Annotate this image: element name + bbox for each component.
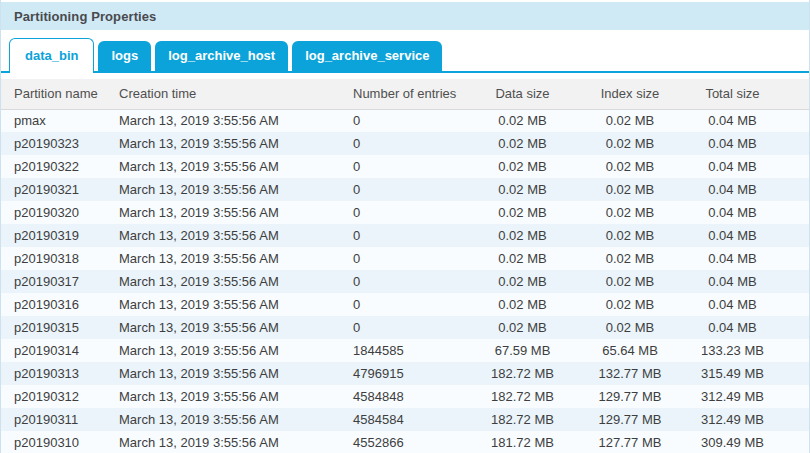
cell-partition-name: pmax xyxy=(1,109,106,132)
cell-data-size: 0.02 MB xyxy=(465,224,580,247)
column-header-total-size: Total size xyxy=(680,79,785,109)
cell-index-size: 0.02 MB xyxy=(580,247,680,270)
cell-creation-time: March 13, 2019 3:55:56 AM xyxy=(106,339,340,362)
cell-total-size: 0.04 MB xyxy=(680,247,785,270)
cell-number-of-entries: 0 xyxy=(340,178,465,201)
cell-creation-time: March 13, 2019 3:55:56 AM xyxy=(106,178,340,201)
column-header-data-size: Data size xyxy=(465,79,580,109)
cell-partition-name: p20190317 xyxy=(1,270,106,293)
cell-creation-time: March 13, 2019 3:55:56 AM xyxy=(106,408,340,431)
cell-spacer xyxy=(785,132,810,155)
cell-total-size: 0.04 MB xyxy=(680,293,785,316)
cell-spacer xyxy=(785,201,810,224)
cell-index-size: 0.02 MB xyxy=(580,155,680,178)
cell-spacer xyxy=(785,155,810,178)
cell-number-of-entries: 0 xyxy=(340,316,465,339)
cell-partition-name: p20190323 xyxy=(1,132,106,155)
column-header-index-size: Index size xyxy=(580,79,680,109)
cell-partition-name: p20190316 xyxy=(1,293,106,316)
cell-index-size: 127.77 MB xyxy=(580,431,680,453)
tab-logs[interactable]: logs xyxy=(98,41,151,71)
cell-creation-time: March 13, 2019 3:55:56 AM xyxy=(106,247,340,270)
cell-creation-time: March 13, 2019 3:55:56 AM xyxy=(106,155,340,178)
cell-total-size: 133.23 MB xyxy=(680,339,785,362)
table-row: p20190312 March 13, 2019 3:55:56 AM 4584… xyxy=(1,385,810,408)
column-header-creation-time: Creation time xyxy=(106,79,340,109)
cell-index-size: 0.02 MB xyxy=(580,270,680,293)
cell-spacer xyxy=(785,431,810,453)
cell-data-size: 0.02 MB xyxy=(465,316,580,339)
column-header-number-of-entries: Number of entries xyxy=(340,79,465,109)
cell-data-size: 182.72 MB xyxy=(465,362,580,385)
cell-creation-time: March 13, 2019 3:55:56 AM xyxy=(106,385,340,408)
cell-data-size: 0.02 MB xyxy=(465,293,580,316)
cell-index-size: 132.77 MB xyxy=(580,362,680,385)
cell-creation-time: March 13, 2019 3:55:56 AM xyxy=(106,270,340,293)
cell-partition-name: p20190313 xyxy=(1,362,106,385)
table-row: p20190311 March 13, 2019 3:55:56 AM 4584… xyxy=(1,408,810,431)
cell-spacer xyxy=(785,316,810,339)
cell-number-of-entries: 0 xyxy=(340,201,465,224)
cell-data-size: 0.02 MB xyxy=(465,132,580,155)
cell-number-of-entries: 4584584 xyxy=(340,408,465,431)
cell-partition-name: p20190312 xyxy=(1,385,106,408)
cell-number-of-entries: 4796915 xyxy=(340,362,465,385)
table-row: p20190310 March 13, 2019 3:55:56 AM 4552… xyxy=(1,431,810,453)
cell-total-size: 0.04 MB xyxy=(680,270,785,293)
cell-total-size: 312.49 MB xyxy=(680,385,785,408)
cell-index-size: 0.02 MB xyxy=(580,224,680,247)
table-row: p20190322 March 13, 2019 3:55:56 AM 0 0.… xyxy=(1,155,810,178)
cell-spacer xyxy=(785,109,810,132)
cell-partition-name: p20190311 xyxy=(1,408,106,431)
cell-index-size: 0.02 MB xyxy=(580,201,680,224)
cell-number-of-entries: 0 xyxy=(340,132,465,155)
cell-data-size: 0.02 MB xyxy=(465,247,580,270)
cell-spacer xyxy=(785,408,810,431)
table-row: p20190319 March 13, 2019 3:55:56 AM 0 0.… xyxy=(1,224,810,247)
table-row: p20190316 March 13, 2019 3:55:56 AM 0 0.… xyxy=(1,293,810,316)
cell-data-size: 0.02 MB xyxy=(465,201,580,224)
cell-partition-name: p20190321 xyxy=(1,178,106,201)
cell-partition-name: p20190315 xyxy=(1,316,106,339)
cell-partition-name: p20190318 xyxy=(1,247,106,270)
cell-index-size: 65.64 MB xyxy=(580,339,680,362)
cell-partition-name: p20190314 xyxy=(1,339,106,362)
cell-total-size: 0.04 MB xyxy=(680,109,785,132)
cell-total-size: 312.49 MB xyxy=(680,408,785,431)
cell-total-size: 309.49 MB xyxy=(680,431,785,453)
cell-spacer xyxy=(785,224,810,247)
cell-total-size: 0.04 MB xyxy=(680,132,785,155)
partitioning-properties-panel: Partitioning Properties data_bin logs lo… xyxy=(0,0,810,453)
cell-index-size: 129.77 MB xyxy=(580,385,680,408)
column-header-spacer xyxy=(785,79,810,109)
cell-number-of-entries: 0 xyxy=(340,224,465,247)
cell-number-of-entries: 4584848 xyxy=(340,385,465,408)
cell-total-size: 315.49 MB xyxy=(680,362,785,385)
cell-index-size: 0.02 MB xyxy=(580,316,680,339)
tab-log-archive-service[interactable]: log_archive_service xyxy=(292,41,442,71)
tab-log-archive-host[interactable]: log_archive_host xyxy=(155,41,288,71)
cell-index-size: 0.02 MB xyxy=(580,109,680,132)
table-row: p20190313 March 13, 2019 3:55:56 AM 4796… xyxy=(1,362,810,385)
cell-partition-name: p20190320 xyxy=(1,201,106,224)
cell-index-size: 0.02 MB xyxy=(580,293,680,316)
cell-creation-time: March 13, 2019 3:55:56 AM xyxy=(106,201,340,224)
tab-data-bin[interactable]: data_bin xyxy=(9,38,94,73)
cell-spacer xyxy=(785,362,810,385)
cell-spacer xyxy=(785,293,810,316)
panel-title-bar: Partitioning Properties xyxy=(1,2,809,30)
table-row: pmax March 13, 2019 3:55:56 AM 0 0.02 MB… xyxy=(1,109,810,132)
table-row: p20190314 March 13, 2019 3:55:56 AM 1844… xyxy=(1,339,810,362)
cell-number-of-entries: 0 xyxy=(340,293,465,316)
cell-data-size: 0.02 MB xyxy=(465,155,580,178)
cell-number-of-entries: 0 xyxy=(340,270,465,293)
cell-index-size: 0.02 MB xyxy=(580,178,680,201)
cell-partition-name: p20190319 xyxy=(1,224,106,247)
panel-title: Partitioning Properties xyxy=(14,9,156,24)
cell-data-size: 182.72 MB xyxy=(465,408,580,431)
cell-creation-time: March 13, 2019 3:55:56 AM xyxy=(106,224,340,247)
cell-creation-time: March 13, 2019 3:55:56 AM xyxy=(106,132,340,155)
cell-index-size: 129.77 MB xyxy=(580,408,680,431)
cell-data-size: 181.72 MB xyxy=(465,431,580,453)
partition-table: Partition name Creation time Number of e… xyxy=(1,79,810,453)
